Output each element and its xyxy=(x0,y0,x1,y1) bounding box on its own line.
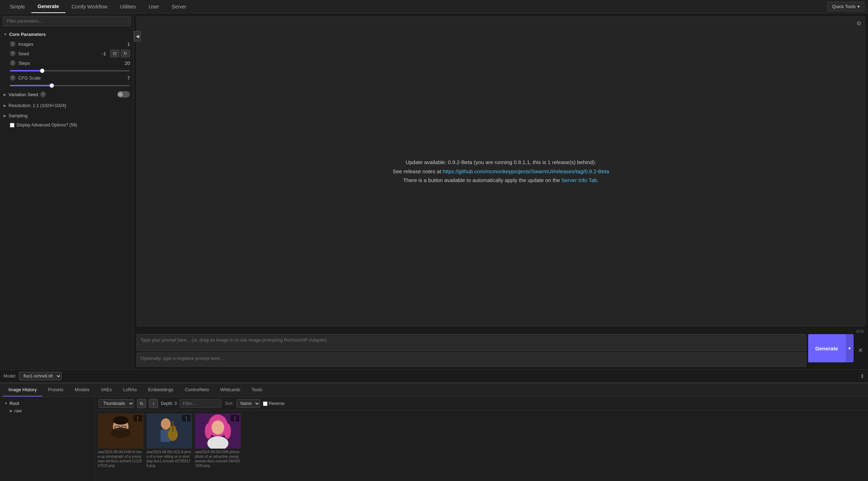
bottom-section: Image History Presets Models VAEs LoRAs … xyxy=(0,382,868,481)
tab-controlnets[interactable]: ControlNets xyxy=(179,383,215,396)
model-select[interactable]: flux1-schnell.sft xyxy=(19,372,62,380)
sampling-label: Sampling xyxy=(8,113,27,118)
tab-presets[interactable]: Presets xyxy=(42,383,69,396)
nav-utilities[interactable]: Utilities xyxy=(114,0,142,13)
tab-vaes[interactable]: VAEs xyxy=(95,383,118,396)
seed-label: Seed xyxy=(18,51,46,56)
server-info-tab-link[interactable]: Server Info Tab xyxy=(561,177,597,183)
gallery-item-2[interactable]: ⋮ raw/2024-08-06/1406-phone photo of an … xyxy=(195,413,241,468)
advanced-options-row: Display Advanced Options? (59) xyxy=(0,121,133,129)
collapse-sidebar-button[interactable]: ◀ xyxy=(134,31,141,42)
svg-point-2 xyxy=(111,427,131,438)
seed-random-button[interactable]: ↻ xyxy=(121,50,130,57)
root-label: Root xyxy=(10,401,19,406)
tab-wildcards[interactable]: Wildcards xyxy=(215,383,246,396)
variation-seed-toggle[interactable] xyxy=(117,91,130,98)
tab-embeddings[interactable]: Embeddings xyxy=(143,383,179,396)
nav-generate[interactable]: Generate xyxy=(31,0,65,13)
item-menu-icon-2[interactable]: ⋮ xyxy=(231,415,239,421)
svg-point-20 xyxy=(224,423,231,439)
refresh-button[interactable]: ↻ xyxy=(137,399,146,408)
tab-image-history[interactable]: Image History xyxy=(3,383,42,396)
seed-reset-button[interactable]: ⊡ xyxy=(110,50,119,57)
generate-dropdown-button[interactable]: ▾ xyxy=(845,334,854,362)
svg-point-19 xyxy=(205,423,212,439)
negative-prompt-input[interactable] xyxy=(137,352,806,367)
steps-help-icon[interactable]: ? xyxy=(10,60,15,66)
images-help-icon[interactable]: ? xyxy=(10,41,15,47)
raw-arrow-icon: ▶ xyxy=(10,409,13,413)
filter-parameters-input[interactable] xyxy=(3,16,131,26)
item-caption-0: raw/2024-08-06/1440-A close-up photograp… xyxy=(98,450,144,468)
steps-param-row: ? Steps 20 xyxy=(0,59,133,67)
center-panel: ⚙ Update available: 0.9.2-Beta (you are … xyxy=(134,13,868,369)
cfg-slider-row[interactable] xyxy=(0,82,133,88)
notification-area: ⚙ Update available: 0.9.2-Beta (you are … xyxy=(137,16,865,326)
reverse-checkbox[interactable] xyxy=(263,401,268,406)
images-param-row: ? Images 1 xyxy=(0,40,133,48)
up-button[interactable]: ↑ xyxy=(149,399,158,408)
tab-models[interactable]: Models xyxy=(69,383,95,396)
variation-seed-help-icon[interactable]: ? xyxy=(40,92,46,97)
raw-label: raw xyxy=(14,408,22,413)
settings-icon[interactable]: ⚙ xyxy=(856,20,861,27)
item-menu-icon-1[interactable]: ⋮ xyxy=(182,415,191,421)
nav-server[interactable]: Server xyxy=(165,0,193,13)
item-menu-icon-0[interactable]: ⋮ xyxy=(133,415,142,421)
core-params-title: Core Parameters xyxy=(9,32,46,37)
variation-seed-label: Variation Seed xyxy=(8,92,38,97)
svg-rect-13 xyxy=(172,421,174,432)
svg-point-17 xyxy=(212,420,224,435)
prompt-area: 0/75 Generate ▾ ✕ xyxy=(134,329,868,369)
variation-seed-arrow: ▶ xyxy=(4,93,6,96)
cancel-button[interactable]: ✕ xyxy=(856,346,865,354)
svg-point-3 xyxy=(113,416,128,425)
gallery-filter-input[interactable] xyxy=(180,399,222,408)
sampling-arrow: ▶ xyxy=(4,114,6,118)
steps-slider-row[interactable] xyxy=(0,67,133,74)
tree-raw-item[interactable]: ▶ raw xyxy=(3,407,92,414)
gallery-images: ⋮ raw/2024-08-06/1440-A close-up photogr… xyxy=(95,411,868,481)
reverse-row: Reverse xyxy=(263,401,285,406)
gallery-item-0[interactable]: ⋮ raw/2024-08-06/1440-A close-up photogr… xyxy=(98,413,144,468)
tab-tools[interactable]: Tools xyxy=(246,383,268,396)
reverse-label: Reverse xyxy=(269,401,285,406)
seed-help-icon[interactable]: ? xyxy=(10,51,15,56)
item-caption-2: raw/2024-08-06/1406-phone photo of an at… xyxy=(195,450,241,468)
generate-button-group: Generate ▾ xyxy=(808,334,854,362)
nav-simple[interactable]: Simple xyxy=(4,0,31,13)
chevron-down-icon: ▾ xyxy=(857,4,860,9)
left-sidebar: ▼ Core Parameters ? Images 1 ? Seed -1 ⊡… xyxy=(0,13,134,369)
quick-tools-button[interactable]: Quick Tools ▾ xyxy=(828,2,864,11)
model-label: Model: xyxy=(4,374,16,379)
bottom-tabs: Image History Presets Models VAEs LoRAs … xyxy=(0,383,868,397)
nav-user[interactable]: User xyxy=(142,0,165,13)
svg-point-9 xyxy=(161,418,171,430)
depth-label: Depth: 3 xyxy=(161,401,177,406)
tab-loras[interactable]: LoRAs xyxy=(118,383,143,396)
advanced-options-label: Display Advanced Options? (59) xyxy=(17,123,77,127)
variation-seed-row: ▶ Variation Seed ? xyxy=(0,88,133,100)
resolution-section[interactable]: ▶ Resolution: 1:1 (1024×1024) xyxy=(0,100,133,111)
sampling-section[interactable]: ▶ Sampling xyxy=(0,111,133,121)
generate-button[interactable]: Generate xyxy=(808,334,845,362)
tree-root-item[interactable]: ▼ Root xyxy=(3,400,92,407)
gallery-item-1[interactable]: ⋮ raw/2024-08-06/1422-A photo of a man s… xyxy=(146,413,192,468)
advanced-options-checkbox[interactable] xyxy=(10,123,14,127)
nav-comfy-workflow[interactable]: Comfy Workflow xyxy=(65,0,114,13)
images-label: Images xyxy=(18,42,46,47)
cfg-value: 7 xyxy=(119,75,130,81)
resolution-label: Resolution: 1:1 (1024×1024) xyxy=(8,103,66,108)
prompt-counter: 0/75 xyxy=(137,329,865,334)
item-caption-1: raw/2024-08-06/1422-A photo of a man sit… xyxy=(146,450,192,468)
history-tree: ▼ Root ▶ raw xyxy=(0,397,95,481)
collapse-icon: ◀ xyxy=(136,34,139,39)
swarmui-release-link[interactable]: https://github.com/mcmonkeyprojects/Swar… xyxy=(443,168,609,174)
core-parameters-section[interactable]: ▼ Core Parameters xyxy=(0,29,133,40)
cfg-help-icon[interactable]: ? xyxy=(10,75,15,81)
view-mode-select[interactable]: Thumbnails List xyxy=(99,399,134,408)
sort-select[interactable]: Name Date xyxy=(237,399,260,408)
positive-prompt-input[interactable] xyxy=(137,334,806,351)
dropdown-arrow-icon: ▾ xyxy=(848,345,851,351)
cfg-param-row: ? CFG Scale 7 xyxy=(0,74,133,82)
